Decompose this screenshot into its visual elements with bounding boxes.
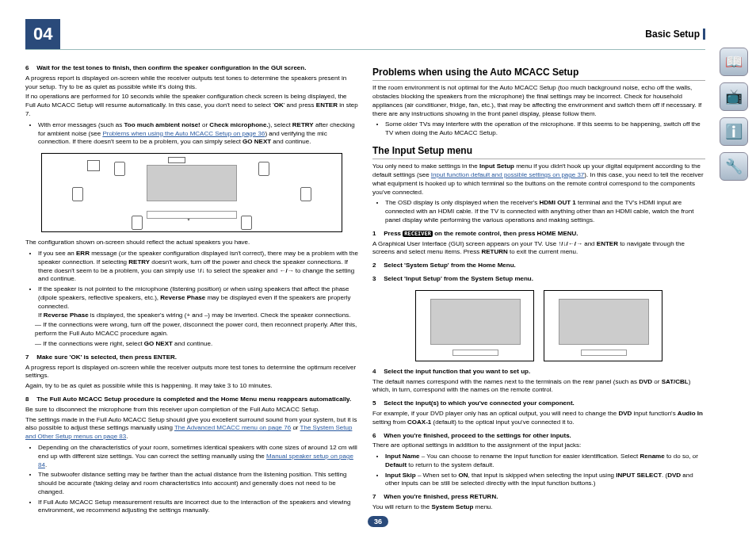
columns: 6 Wait for the test tones to finish, the… — [25, 59, 705, 518]
list-item: The subwoofer distance setting may be fa… — [38, 471, 358, 496]
front-right-speaker-icon — [258, 162, 269, 176]
list-item: If the speaker is not pointed to the mic… — [38, 285, 358, 349]
link-manual-speaker[interactable]: Manual speaker setup — [266, 453, 329, 460]
link-input-defaults[interactable]: Input function default and possible sett… — [431, 171, 551, 178]
link-advanced-mcacc[interactable]: The Advanced MCACC menu — [174, 424, 258, 431]
bullet-list: With error messages (such as Too much am… — [38, 121, 358, 147]
step-4: 4 Select the input function that you wan… — [372, 368, 705, 376]
list-item: If Full Auto MCACC Setup measurement res… — [38, 499, 358, 516]
subwoofer-icon — [87, 160, 100, 171]
step-7: 7 Make sure 'OK' is selected, then press… — [25, 353, 358, 362]
left-column: 6 Wait for the test tones to finish, the… — [25, 59, 358, 518]
step-7r: 7 When you're finished, press RETURN. — [372, 493, 705, 502]
footer: 36 — [0, 516, 756, 527]
step-5: 5 Select the input(s) to which you've co… — [372, 399, 705, 408]
receiver-button-icon: RECEIVER — [403, 231, 433, 237]
list-item: Input Name – You can choose to rename th… — [385, 453, 705, 470]
body-text: A Graphical User Interface (GUI) screen … — [372, 240, 705, 258]
body-text: Be sure to disconnect the microphone fro… — [25, 406, 358, 415]
heading-input-setup: The Input Setup menu — [372, 144, 705, 159]
tv-icon[interactable]: 📺 — [720, 82, 748, 111]
menu-diagram-2 — [544, 290, 662, 361]
heading-problems: Problems when using the Auto MCACC Setup — [372, 66, 705, 81]
list-item: Some older TVs may interfere with the op… — [385, 120, 705, 138]
chapter-number: 04 — [25, 19, 60, 49]
list-item: With error messages (such as Too much am… — [38, 121, 358, 147]
list-item: Input Skip – When set to ON, that input … — [385, 472, 705, 489]
front-left-speaker-icon — [114, 162, 125, 176]
body-text: The configuration shown on-screen should… — [25, 239, 358, 247]
center-speaker-icon — [168, 157, 185, 163]
body-text: You only need to make settings in the In… — [372, 162, 705, 197]
section-title: Basic Setup — [645, 29, 705, 40]
body-text: For example, if your DVD player only has… — [372, 410, 705, 427]
menu-diagram-1 — [415, 290, 534, 361]
book-icon[interactable]: 📖 — [720, 48, 748, 76]
side-tabs: 📖 📺 ℹ️ 🔧 — [720, 48, 748, 181]
header: 04 Basic Setup — [25, 19, 705, 50]
step-1: 1 Press RECEIVER on the remote control, … — [372, 230, 705, 239]
step-6: 6 Wait for the test tones to finish, the… — [25, 64, 358, 73]
body-text: The default names correspond with the na… — [372, 378, 705, 396]
body-text: The settings made in the Full Auto MCACC… — [25, 416, 358, 441]
body-text: You will return to the System Setup menu… — [372, 503, 705, 512]
list-item: Depending on the characteristics of your… — [38, 444, 358, 469]
step-2: 2 Select 'System Setup' from the Home Me… — [372, 262, 705, 270]
menu-diagrams — [372, 290, 705, 361]
back-right-speaker-icon — [241, 216, 252, 230]
surround-right-speaker-icon — [300, 187, 311, 201]
right-column: Problems when using the Auto MCACC Setup… — [372, 59, 705, 518]
list-item: If you see an ERR message (or the speake… — [38, 250, 358, 284]
info-icon[interactable]: ℹ️ — [720, 117, 748, 146]
body-text: A progress report is displayed on-screen… — [25, 75, 358, 92]
link-mcacc-problems[interactable]: Problems when using the Auto MCACC Setup — [102, 130, 231, 137]
step-3: 3 Select 'Input Setup' from the System S… — [372, 275, 705, 284]
bullet-list: Input Name – You can choose to rename th… — [385, 453, 705, 488]
step-8: 8 The Full Auto MCACC Setup procedure is… — [25, 396, 358, 404]
body-text: A progress report is displayed on-screen… — [25, 364, 358, 381]
step-6r: 6 When you're finished, proceed to the s… — [372, 432, 705, 441]
body-text: If the room environment is not optimal f… — [372, 84, 705, 118]
body-text: Again, try to be as quiet as possible wh… — [25, 382, 358, 391]
receiver-icon — [147, 211, 236, 219]
bullet-list: If you see an ERR message (or the speake… — [38, 250, 358, 349]
speaker-diagram — [41, 153, 342, 232]
body-text: If no operations are performed for 10 se… — [25, 93, 358, 118]
bullet-list: Some older TVs may interfere with the op… — [385, 120, 705, 138]
bullet-list: The OSD display is only displayed when t… — [385, 199, 705, 224]
surround-left-speaker-icon — [72, 187, 83, 201]
bullet-list: Depending on the characteristics of your… — [38, 444, 358, 515]
list-item: The OSD display is only displayed when t… — [385, 199, 705, 224]
tools-icon[interactable]: 🔧 — [720, 152, 748, 181]
body-text: There are optional settings in addition … — [372, 441, 705, 450]
diagram-tv-screen — [147, 165, 236, 201]
page: 04 Basic Setup 6 Wait for the test tones… — [0, 0, 756, 535]
back-left-speaker-icon — [132, 216, 143, 230]
page-number: 36 — [368, 516, 388, 527]
